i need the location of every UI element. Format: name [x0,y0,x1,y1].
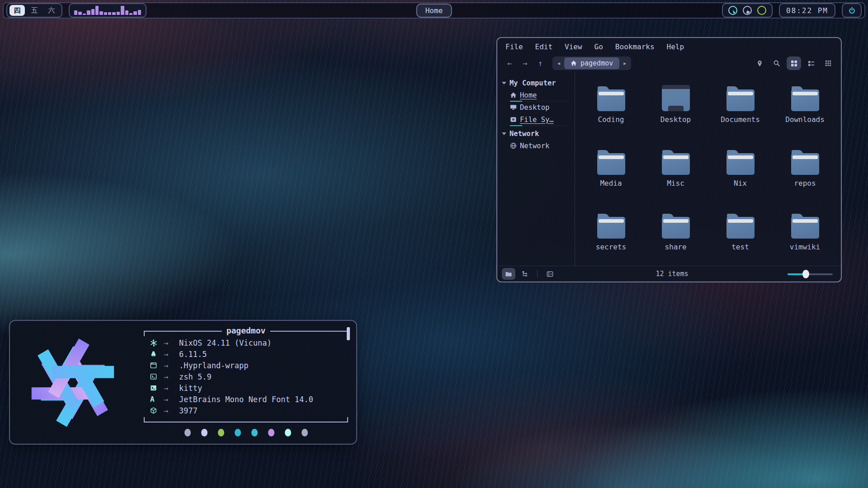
path-scroll-left-icon[interactable]: ◂ [553,60,564,66]
palette-dot [251,429,258,436]
linux-penguin-icon [150,351,164,357]
folder-label: Desktop [660,115,691,124]
up-button[interactable]: ↑ [533,59,547,68]
divider [537,270,538,278]
arrow-icon: → [164,384,179,393]
sidebar: My Computer Home Desktop File Sy… Networ… [497,71,575,266]
fastfetch-output: pagedmov → NixOS 24.11 (Vicuna) → 6.11.5… [144,331,348,436]
search-icon [773,60,780,67]
sidebar-section-network[interactable]: Network [502,127,571,140]
power-icon [848,7,856,14]
power-button[interactable] [842,3,862,18]
folder-item-secrets[interactable]: secrets [579,205,643,251]
sidebar-item-label: Desktop [520,103,549,112]
menu-view[interactable]: View [565,42,582,51]
path-scroll-right-icon[interactable]: ▸ [619,60,630,66]
nixos-logo [24,334,121,431]
folder-item-test[interactable]: test [708,205,773,251]
folder-label: Documents [721,115,760,124]
fetch-row-os: → NixOS 24.11 (Vicuna) [144,337,348,348]
palette-dot [235,429,241,436]
zoom-slider[interactable] [788,270,833,278]
folder-icon [791,89,819,111]
arrow-icon: → [164,372,179,381]
drive-icon [510,116,517,123]
sidebar-section-my-computer[interactable]: My Computer [502,77,571,89]
tree-view-toggle-button[interactable] [518,268,532,280]
shell-value: zsh 5.9 [179,372,348,381]
arrow-icon: → [164,361,179,370]
icon-view-toggle-button[interactable] [502,268,515,280]
toolbar: ← → ↑ ◂ pagedmov ▸ [497,55,841,71]
sidebar-item-network[interactable]: Network [502,140,571,152]
location-pin-icon [756,60,763,67]
toggle-sidebar-button[interactable] [543,268,557,280]
tree-view-icon [522,271,528,277]
terminal-window[interactable]: pagedmov → NixOS 24.11 (Vicuna) → 6.11.5… [9,320,357,445]
sidebar-item-label: File Sy… [520,116,554,124]
list-view-button[interactable] [804,56,818,70]
sidebar-item-label: Home [520,91,537,99]
folder-item-documents[interactable]: Documents [708,78,773,124]
folder-item-nix[interactable]: Nix [708,141,773,188]
folder-item-repos[interactable]: repos [773,141,837,188]
search-button[interactable] [769,56,784,70]
icon-view-button[interactable] [787,56,801,70]
fetch-hostname: pagedmov [222,326,270,335]
folder-label: Misc [667,179,684,188]
clock[interactable]: 08:22 PM [779,3,835,18]
menu-edit[interactable]: Edit [535,42,553,51]
workspace-switcher: 四 五 六 [6,3,62,18]
folder-icon [597,153,625,175]
system-gauges [722,3,773,18]
compact-view-icon [825,60,831,66]
sidebar-item-filesystem[interactable]: File Sy… [502,113,571,126]
location-pin-button[interactable] [752,56,767,70]
fetch-row-shell: → zsh 5.9 [144,371,348,382]
palette-dot [184,429,191,436]
sidebar-item-desktop[interactable]: Desktop [502,101,571,113]
folder-icon [662,153,690,175]
folder-label: Coding [598,115,624,124]
packages-value: 3977 [179,406,348,415]
breadcrumb-home[interactable]: pagedmov [564,57,619,69]
topbar-right: 08:22 PM [722,3,862,18]
compact-view-button[interactable] [821,56,835,70]
audio-visualizer [69,3,146,18]
hide-sidebar-icon [547,271,553,277]
arrow-icon: → [164,338,179,347]
palette-dot [201,429,208,436]
workspace-item-1[interactable]: 四 [9,5,25,16]
shell-prompt-icon [150,373,164,380]
palette-dot [268,429,274,436]
menu-bookmarks[interactable]: Bookmarks [615,42,655,51]
folder-item-misc[interactable]: Misc [643,141,708,188]
arrow-icon: → [164,350,179,359]
folder-item-downloads[interactable]: Downloads [773,78,837,124]
menu-go[interactable]: Go [594,42,603,51]
menu-help[interactable]: Help [667,42,684,51]
forward-button[interactable]: → [518,59,532,68]
menu-file[interactable]: File [505,42,523,51]
fetch-row-wm: → .Hyprland-wrapp [144,360,348,371]
back-button[interactable]: ← [503,59,516,68]
terminal-color-palette [144,429,348,436]
folder-item-coding[interactable]: Coding [579,78,643,124]
sidebar-item-home[interactable]: Home [502,89,571,101]
folder-item-vimwiki[interactable]: vimwiki [773,205,837,251]
items-count: 12 items [559,270,785,278]
folder-icon [726,89,755,111]
folder-label: share [665,243,686,251]
folder-item-media[interactable]: Media [579,141,643,188]
workspace-item-2[interactable]: 五 [27,5,42,16]
arrow-icon: → [164,406,179,415]
home-icon [510,92,517,99]
fetch-row-terminal: → kitty [144,382,348,394]
folder-item-share[interactable]: share [643,205,708,251]
folder-item-desktop[interactable]: Desktop [643,78,708,124]
file-manager-body: My Computer Home Desktop File Sy… Networ… [497,71,841,266]
workspace-item-3[interactable]: 六 [44,5,59,16]
slider-knob[interactable] [802,270,809,278]
folder-label: Nix [734,179,747,188]
fetch-row-kernel: → 6.11.5 [144,348,348,360]
